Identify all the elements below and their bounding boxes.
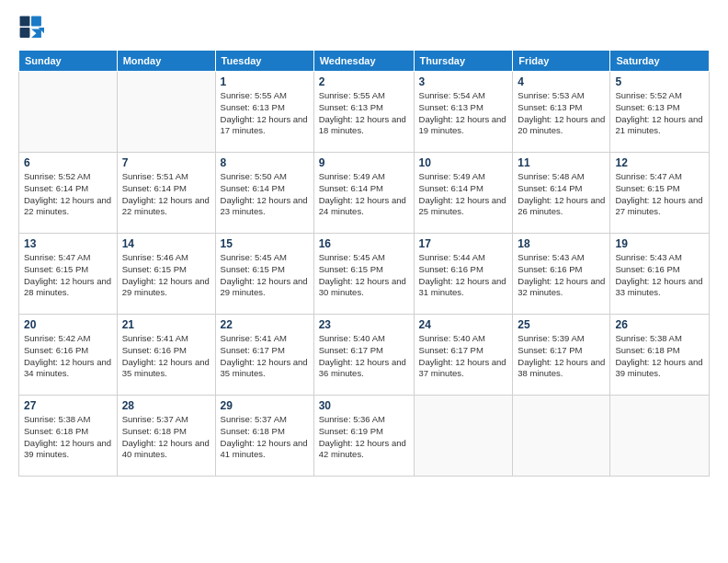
calendar-cell: 19Sunrise: 5:43 AM Sunset: 6:16 PM Dayli…: [610, 234, 710, 315]
weekday-header-thursday: Thursday: [414, 51, 513, 72]
day-number: 21: [122, 318, 210, 331]
day-number: 23: [319, 318, 409, 331]
day-number: 9: [319, 156, 409, 169]
day-number: 27: [24, 399, 112, 412]
day-detail: Sunrise: 5:38 AM Sunset: 6:18 PM Dayligh…: [24, 414, 112, 461]
calendar-cell: 14Sunrise: 5:46 AM Sunset: 6:15 PM Dayli…: [117, 234, 215, 315]
calendar-cell: [19, 72, 118, 153]
calendar-cell: 10Sunrise: 5:49 AM Sunset: 6:14 PM Dayli…: [414, 153, 513, 234]
day-detail: Sunrise: 5:38 AM Sunset: 6:18 PM Dayligh…: [615, 333, 704, 380]
calendar-cell: 21Sunrise: 5:41 AM Sunset: 6:16 PM Dayli…: [117, 315, 215, 396]
weekday-header-saturday: Saturday: [610, 51, 710, 72]
calendar-cell: 11Sunrise: 5:48 AM Sunset: 6:14 PM Dayli…: [513, 153, 610, 234]
calendar-cell: 13Sunrise: 5:47 AM Sunset: 6:15 PM Dayli…: [19, 234, 118, 315]
day-number: 4: [518, 75, 605, 88]
calendar-cell: 18Sunrise: 5:43 AM Sunset: 6:16 PM Dayli…: [513, 234, 610, 315]
day-detail: Sunrise: 5:54 AM Sunset: 6:13 PM Dayligh…: [419, 90, 508, 137]
day-detail: Sunrise: 5:43 AM Sunset: 6:16 PM Dayligh…: [615, 252, 704, 299]
weekday-header-sunday: Sunday: [19, 51, 118, 72]
day-number: 8: [221, 156, 309, 169]
day-detail: Sunrise: 5:49 AM Sunset: 6:14 PM Dayligh…: [319, 171, 409, 218]
svg-rect-3: [31, 17, 41, 27]
calendar-cell: 28Sunrise: 5:37 AM Sunset: 6:18 PM Dayli…: [117, 396, 215, 477]
weekday-header-wednesday: Wednesday: [313, 51, 414, 72]
calendar-cell: 20Sunrise: 5:42 AM Sunset: 6:16 PM Dayli…: [19, 315, 118, 396]
day-number: 26: [615, 318, 704, 331]
day-detail: Sunrise: 5:43 AM Sunset: 6:16 PM Dayligh…: [518, 252, 605, 299]
day-number: 19: [615, 237, 704, 250]
day-detail: Sunrise: 5:37 AM Sunset: 6:18 PM Dayligh…: [221, 414, 309, 461]
calendar-cell: [610, 396, 710, 477]
calendar-cell: 17Sunrise: 5:44 AM Sunset: 6:16 PM Dayli…: [414, 234, 513, 315]
weekday-header-monday: Monday: [117, 51, 215, 72]
day-number: 2: [319, 75, 409, 88]
day-detail: Sunrise: 5:44 AM Sunset: 6:16 PM Dayligh…: [419, 252, 508, 299]
day-detail: Sunrise: 5:40 AM Sunset: 6:17 PM Dayligh…: [419, 333, 508, 380]
day-detail: Sunrise: 5:37 AM Sunset: 6:18 PM Dayligh…: [122, 414, 210, 461]
day-detail: Sunrise: 5:52 AM Sunset: 6:13 PM Dayligh…: [615, 90, 704, 137]
day-number: 30: [319, 399, 409, 412]
logo: [18, 15, 48, 40]
day-number: 25: [518, 318, 605, 331]
day-detail: Sunrise: 5:45 AM Sunset: 6:15 PM Dayligh…: [221, 252, 309, 299]
header: [18, 15, 710, 40]
calendar-cell: 4Sunrise: 5:53 AM Sunset: 6:13 PM Daylig…: [513, 72, 610, 153]
calendar-week-2: 6Sunrise: 5:52 AM Sunset: 6:14 PM Daylig…: [19, 153, 710, 234]
day-detail: Sunrise: 5:42 AM Sunset: 6:16 PM Dayligh…: [24, 333, 112, 380]
day-detail: Sunrise: 5:55 AM Sunset: 6:13 PM Dayligh…: [319, 90, 409, 137]
calendar-cell: 1Sunrise: 5:55 AM Sunset: 6:13 PM Daylig…: [215, 72, 313, 153]
day-detail: Sunrise: 5:45 AM Sunset: 6:15 PM Dayligh…: [319, 252, 409, 299]
weekday-header-tuesday: Tuesday: [215, 51, 313, 72]
day-number: 18: [518, 237, 605, 250]
day-number: 17: [419, 237, 508, 250]
day-detail: Sunrise: 5:53 AM Sunset: 6:13 PM Dayligh…: [518, 90, 605, 137]
calendar-cell: 2Sunrise: 5:55 AM Sunset: 6:13 PM Daylig…: [313, 72, 414, 153]
calendar-cell: 15Sunrise: 5:45 AM Sunset: 6:15 PM Dayli…: [215, 234, 313, 315]
calendar-table: SundayMondayTuesdayWednesdayThursdayFrid…: [18, 50, 710, 477]
calendar-cell: 25Sunrise: 5:39 AM Sunset: 6:17 PM Dayli…: [513, 315, 610, 396]
day-detail: Sunrise: 5:36 AM Sunset: 6:19 PM Dayligh…: [319, 414, 409, 461]
calendar-cell: 3Sunrise: 5:54 AM Sunset: 6:13 PM Daylig…: [414, 72, 513, 153]
day-detail: Sunrise: 5:50 AM Sunset: 6:14 PM Dayligh…: [221, 171, 309, 218]
day-detail: Sunrise: 5:41 AM Sunset: 6:16 PM Dayligh…: [122, 333, 210, 380]
calendar-cell: 24Sunrise: 5:40 AM Sunset: 6:17 PM Dayli…: [414, 315, 513, 396]
day-number: 12: [615, 156, 704, 169]
day-number: 29: [221, 399, 309, 412]
day-detail: Sunrise: 5:55 AM Sunset: 6:13 PM Dayligh…: [221, 90, 309, 137]
calendar-cell: 22Sunrise: 5:41 AM Sunset: 6:17 PM Dayli…: [215, 315, 313, 396]
day-number: 11: [518, 156, 605, 169]
calendar-cell: [513, 396, 610, 477]
calendar-cell: 12Sunrise: 5:47 AM Sunset: 6:15 PM Dayli…: [610, 153, 710, 234]
day-detail: Sunrise: 5:47 AM Sunset: 6:15 PM Dayligh…: [615, 171, 704, 218]
calendar-cell: 29Sunrise: 5:37 AM Sunset: 6:18 PM Dayli…: [215, 396, 313, 477]
day-number: 20: [24, 318, 112, 331]
day-number: 16: [319, 237, 409, 250]
day-detail: Sunrise: 5:46 AM Sunset: 6:15 PM Dayligh…: [122, 252, 210, 299]
svg-rect-1: [20, 17, 30, 27]
calendar-week-5: 27Sunrise: 5:38 AM Sunset: 6:18 PM Dayli…: [19, 396, 710, 477]
calendar-cell: 23Sunrise: 5:40 AM Sunset: 6:17 PM Dayli…: [313, 315, 414, 396]
day-number: 10: [419, 156, 508, 169]
day-detail: Sunrise: 5:39 AM Sunset: 6:17 PM Dayligh…: [518, 333, 605, 380]
calendar-cell: 26Sunrise: 5:38 AM Sunset: 6:18 PM Dayli…: [610, 315, 710, 396]
day-number: 7: [122, 156, 210, 169]
calendar-cell: 16Sunrise: 5:45 AM Sunset: 6:15 PM Dayli…: [313, 234, 414, 315]
calendar-week-4: 20Sunrise: 5:42 AM Sunset: 6:16 PM Dayli…: [19, 315, 710, 396]
day-number: 14: [122, 237, 210, 250]
calendar-cell: 30Sunrise: 5:36 AM Sunset: 6:19 PM Dayli…: [313, 396, 414, 477]
day-number: 15: [221, 237, 309, 250]
logo-icon: [18, 15, 44, 40]
calendar-cell: 5Sunrise: 5:52 AM Sunset: 6:13 PM Daylig…: [610, 72, 710, 153]
calendar-header-row: SundayMondayTuesdayWednesdayThursdayFrid…: [19, 51, 710, 72]
calendar-cell: 6Sunrise: 5:52 AM Sunset: 6:14 PM Daylig…: [19, 153, 118, 234]
calendar-week-3: 13Sunrise: 5:47 AM Sunset: 6:15 PM Dayli…: [19, 234, 710, 315]
page: SundayMondayTuesdayWednesdayThursdayFrid…: [0, 0, 728, 563]
day-detail: Sunrise: 5:52 AM Sunset: 6:14 PM Dayligh…: [24, 171, 112, 218]
day-detail: Sunrise: 5:49 AM Sunset: 6:14 PM Dayligh…: [419, 171, 508, 218]
day-number: 22: [221, 318, 309, 331]
day-number: 5: [615, 75, 704, 88]
weekday-header-friday: Friday: [513, 51, 610, 72]
day-number: 28: [122, 399, 210, 412]
day-number: 13: [24, 237, 112, 250]
day-detail: Sunrise: 5:40 AM Sunset: 6:17 PM Dayligh…: [319, 333, 409, 380]
